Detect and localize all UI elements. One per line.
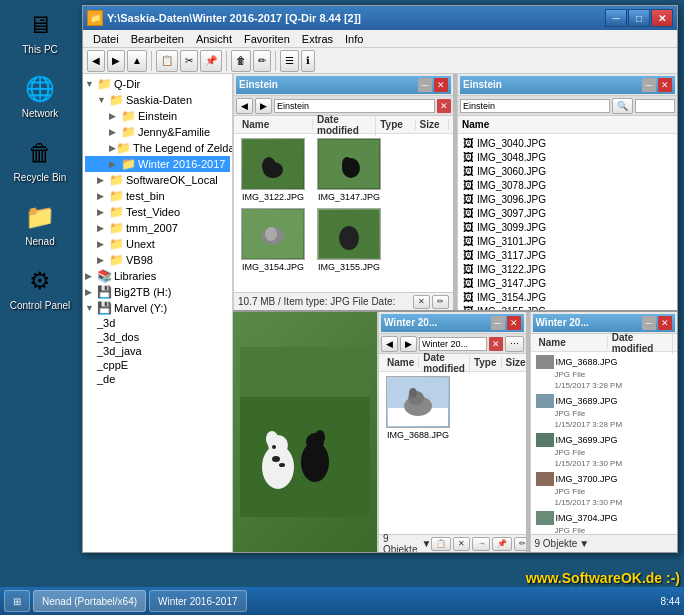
tree-panel[interactable]: ▼ 📁 Q-Dir ▼ 📁 Saskia-Daten ▶ 📁 Einstein …: [83, 74, 233, 552]
panel-tl-close[interactable]: ✕: [434, 78, 448, 92]
panel-tl-min[interactable]: ─: [418, 78, 432, 92]
col-name[interactable]: Name: [238, 119, 313, 130]
panel-tr-content[interactable]: 🖼IMG_3040.JPG 🖼IMG_3048.JPG 🖼IMG_3060.JP…: [458, 134, 677, 310]
panel-tl-x[interactable]: ✕: [437, 99, 451, 113]
this-pc-icon[interactable]: 🖥 This PC: [4, 5, 76, 59]
search-icon[interactable]: 🔍: [612, 98, 633, 114]
menu-info[interactable]: Info: [339, 32, 369, 46]
col-date-br[interactable]: Date modified: [608, 332, 673, 354]
paste-button[interactable]: 📌: [200, 50, 222, 72]
col-size[interactable]: Size: [416, 119, 449, 130]
list-item[interactable]: IMG_3700.JPG: [533, 471, 676, 487]
col-name-tr[interactable]: Name: [462, 119, 673, 130]
taskbar-window1[interactable]: Nenad (Portabel/x64): [33, 590, 146, 612]
list-item[interactable]: 🖼IMG_3154.JPG: [460, 290, 675, 304]
nenad-icon[interactable]: 📁 Nenad: [4, 197, 76, 251]
panel-br-content[interactable]: IMG_3688.JPG JPG File 1/15/2017 3:28 PM …: [531, 352, 678, 534]
bl-back-btn[interactable]: ◀: [381, 336, 398, 352]
thumb-item-4[interactable]: IMG_3155.JPG: [314, 208, 384, 272]
list-item[interactable]: IMG_3688.JPG: [533, 354, 676, 370]
list-item[interactable]: 🖼IMG_3060.JPG: [460, 164, 675, 178]
edit-icon[interactable]: ✏: [514, 537, 525, 551]
list-item[interactable]: 🖼IMG_3122.JPG: [460, 262, 675, 276]
tree-item-unext[interactable]: ▶ 📁 Unext: [85, 236, 230, 252]
tree-item-libraries[interactable]: ▶ 📚 Libraries: [85, 268, 230, 284]
list-item[interactable]: 🖼IMG_3097.JPG: [460, 206, 675, 220]
tree-item-jenny[interactable]: ▶ 📁 Jenny&Familie: [85, 124, 230, 140]
col-date[interactable]: Date modified: [313, 114, 376, 136]
view-button[interactable]: ☰: [280, 50, 299, 72]
bl-fwd-btn[interactable]: ▶: [400, 336, 417, 352]
panel-addr-tr[interactable]: Einstein: [460, 99, 610, 113]
menu-ansicht[interactable]: Ansicht: [190, 32, 238, 46]
panel-bl-close[interactable]: ✕: [507, 316, 521, 330]
tree-item-einstein[interactable]: ▶ 📁 Einstein: [85, 108, 230, 124]
control-panel-icon[interactable]: ⚙ Control Panel: [4, 261, 76, 315]
bl-more-btn[interactable]: ⋯: [505, 336, 524, 352]
tree-item-marvel[interactable]: ▼ 💾 Marvel (Y:): [85, 300, 230, 316]
list-item[interactable]: 🖼IMG_3096.JPG: [460, 192, 675, 206]
tree-item-3d[interactable]: _3d: [85, 316, 230, 330]
tree-item-big2tb[interactable]: ▶ 💾 Big2TB (H:): [85, 284, 230, 300]
panel-br-close[interactable]: ✕: [658, 316, 672, 330]
list-item[interactable]: 🖼IMG_3099.JPG: [460, 220, 675, 234]
panel-bl-x[interactable]: ✕: [489, 337, 503, 351]
panel-tl-status-btn[interactable]: ✕: [413, 295, 430, 309]
tree-item-zelda[interactable]: ▶ 📁 The Legend of Zelda Breath Wild Soun…: [85, 140, 230, 156]
col-type-bl[interactable]: Type: [470, 357, 502, 368]
panel-tr-min[interactable]: ─: [642, 78, 656, 92]
minimize-button[interactable]: ─: [605, 9, 627, 27]
panel-addr-bl[interactable]: Winter 20...: [419, 337, 487, 351]
tree-item-qdir[interactable]: ▼ 📁 Q-Dir: [85, 76, 230, 92]
delete-icon[interactable]: ✕: [453, 537, 470, 551]
col-name-bl[interactable]: Name: [383, 357, 419, 368]
nav-fwd-btn[interactable]: ▶: [255, 98, 272, 114]
list-item[interactable]: IMG_3704.JPG: [533, 510, 676, 526]
list-item[interactable]: 🖼IMG_3101.JPG: [460, 234, 675, 248]
col-name-br[interactable]: Name: [535, 337, 608, 348]
list-item[interactable]: 🖼IMG_3147.JPG: [460, 276, 675, 290]
list-item[interactable]: 🖼IMG_3078.JPG: [460, 178, 675, 192]
tree-item-softwareok[interactable]: ▶ 📁 SoftwareOK_Local: [85, 172, 230, 188]
list-item[interactable]: 🖼IMG_3040.JPG: [460, 136, 675, 150]
col-type[interactable]: Type: [376, 119, 415, 130]
network-icon[interactable]: 🌐 Network: [4, 69, 76, 123]
copy-icon[interactable]: 📋: [431, 537, 451, 551]
taskbar-window2[interactable]: Winter 2016-2017: [149, 590, 247, 612]
tree-item-testbin[interactable]: ▶ 📁 test_bin: [85, 188, 230, 204]
list-item[interactable]: IMG_3689.JPG: [533, 393, 676, 409]
thumb-item-snow[interactable]: IMG_3688.JPG: [383, 376, 453, 440]
rename-button[interactable]: ✏: [253, 50, 271, 72]
thumb-item-2[interactable]: IMG_3147.JPG: [314, 138, 384, 202]
nav-back-btn[interactable]: ◀: [236, 98, 253, 114]
tree-item-saskia[interactable]: ▼ 📁 Saskia-Daten: [85, 92, 230, 108]
maximize-button[interactable]: □: [628, 9, 650, 27]
list-item[interactable]: 🖼IMG_3155.JPG: [460, 304, 675, 310]
panel-tr-close[interactable]: ✕: [658, 78, 672, 92]
tree-item-3ddos[interactable]: _3d_dos: [85, 330, 230, 344]
col-date-bl[interactable]: Date modified: [419, 352, 470, 374]
list-item[interactable]: 🖼IMG_3048.JPG: [460, 150, 675, 164]
col-size-bl[interactable]: Size: [502, 357, 526, 368]
tree-item-winter[interactable]: ▶ 📁 Winter 2016-2017: [85, 156, 230, 172]
cut-button[interactable]: ✂: [180, 50, 198, 72]
close-button[interactable]: ✕: [651, 9, 673, 27]
forward-button[interactable]: ▶: [107, 50, 125, 72]
menu-bearbeiten[interactable]: Bearbeiten: [125, 32, 190, 46]
search-input[interactable]: [635, 99, 675, 113]
tree-item-vb98[interactable]: ▶ 📁 VB98: [85, 252, 230, 268]
tree-item-cppe[interactable]: _cppE: [85, 358, 230, 372]
panel-br-min[interactable]: ─: [642, 316, 656, 330]
panel-tl-status-btn2[interactable]: ✏: [432, 295, 449, 309]
thumb-item-3[interactable]: IMG_3154.JPG: [238, 208, 308, 272]
up-button[interactable]: ▲: [127, 50, 147, 72]
tree-item-3djava[interactable]: _3d_java: [85, 344, 230, 358]
menu-datei[interactable]: Datei: [87, 32, 125, 46]
tree-item-de[interactable]: _de: [85, 372, 230, 386]
tree-item-testvideo[interactable]: ▶ 📁 Test_Video: [85, 204, 230, 220]
back-button[interactable]: ◀: [87, 50, 105, 72]
list-item[interactable]: 🖼IMG_3117.JPG: [460, 248, 675, 262]
paste-icon[interactable]: 📌: [492, 537, 512, 551]
move-icon[interactable]: →: [472, 537, 490, 551]
thumb-item-1[interactable]: IMG_3122.JPG: [238, 138, 308, 202]
